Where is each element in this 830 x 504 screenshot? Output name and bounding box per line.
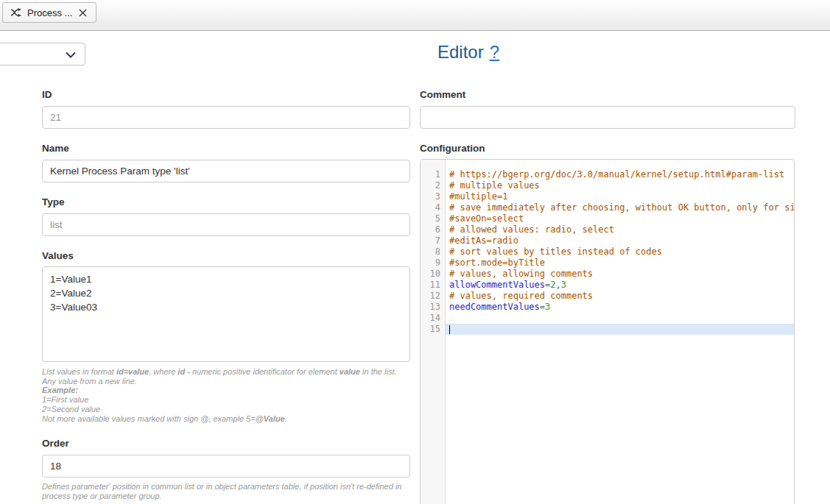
tab-bar: Process ...: [0, 0, 830, 31]
tab-close-icon[interactable]: [77, 7, 88, 18]
type-label: Type: [42, 196, 410, 208]
code-gutter: 123456789101112131415: [421, 160, 446, 504]
id-field[interactable]: [42, 106, 410, 129]
help-link[interactable]: ?: [490, 42, 499, 62]
tab-label: Process ...: [27, 7, 72, 18]
order-field[interactable]: [42, 455, 410, 478]
page-title-text: Editor: [437, 42, 484, 62]
chevron-down-icon: [66, 48, 76, 61]
form-right-column: Comment Configuration 123456789101112131…: [420, 83, 795, 504]
name-label: Name: [42, 142, 410, 155]
id-label: ID: [42, 88, 410, 101]
name-field[interactable]: [42, 160, 410, 182]
values-help-text: List values in format id=value, where id…: [42, 367, 410, 423]
type-field[interactable]: [42, 213, 410, 236]
configuration-editor[interactable]: 123456789101112131415 # https://bgerp.or…: [420, 159, 795, 504]
page-title: Editor?: [437, 42, 499, 63]
form-left-column: ID Name Type Values 1=Value1 2=Value2 3=…: [42, 83, 410, 501]
values-field[interactable]: 1=Value1 2=Value2 3=Value03: [42, 266, 410, 362]
editor-page: Process ... Editor? ID Name Type Values …: [0, 0, 830, 504]
code-lines[interactable]: # https://bgerp.org/doc/3.0/manual/kerne…: [446, 160, 794, 504]
configuration-label: Configuration: [420, 142, 795, 155]
order-help-text: Defines parameter' position in common li…: [42, 482, 410, 500]
shuffle-icon: [10, 8, 22, 17]
order-label: Order: [42, 437, 410, 450]
tab-process[interactable]: Process ...: [2, 2, 96, 23]
parameter-type-select[interactable]: [0, 43, 85, 65]
values-label: Values: [42, 249, 410, 262]
comment-label: Comment: [420, 88, 795, 101]
comment-field[interactable]: [420, 106, 795, 129]
